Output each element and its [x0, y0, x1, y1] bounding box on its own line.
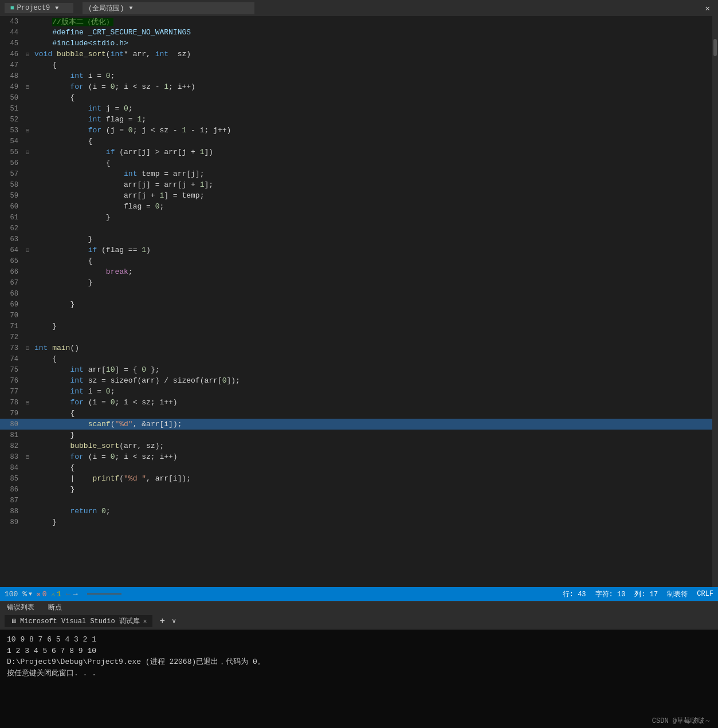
zoom-level[interactable]: 100 % ▼: [5, 590, 32, 599]
line-content[interactable]: for (i = 0; i < sz; i++): [32, 452, 712, 461]
fold-indicator[interactable]: ⊟: [23, 247, 32, 254]
line-content[interactable]: | printf("%d ", arr[i]);: [32, 474, 712, 483]
line-content[interactable]: void bubble_sort(int* arr, int sz): [32, 50, 712, 58]
line-content[interactable]: {: [32, 159, 712, 167]
line-content[interactable]: }: [32, 213, 712, 222]
fold-indicator: [23, 40, 32, 46]
line-number: 81: [0, 431, 23, 439]
line-content[interactable]: for (j = 0; j < sz - 1 - i; j++): [32, 126, 712, 135]
line-content[interactable]: break;: [32, 267, 712, 276]
encoding-info: 制表符: [667, 589, 688, 599]
code-line: 46⊟void bubble_sort(int* arr, int sz): [0, 49, 712, 60]
console-tab-main[interactable]: 🖥 Microsoft Visual Studio 调试库 ✕: [5, 615, 152, 627]
code-line: 67 }: [0, 277, 712, 288]
line-content[interactable]: int flag = 1;: [32, 115, 712, 124]
line-number: 74: [0, 355, 23, 363]
code-container[interactable]: 43 //版本二（优化）44 #define _CRT_SECURE_NO_WA…: [0, 16, 712, 587]
line-content[interactable]: }: [32, 431, 712, 439]
scrollbar-thumb[interactable]: [713, 39, 717, 56]
error-icon: ⊗: [37, 591, 41, 598]
fold-indicator: [23, 356, 32, 362]
line-content[interactable]: int main(): [32, 344, 712, 352]
console-tab-icon: 🖥: [10, 617, 17, 625]
code-line: 88 return 0;: [0, 506, 712, 517]
console-footer: CSDN @草莓啵啵～: [0, 714, 718, 728]
code-line: 81 }: [0, 430, 712, 440]
line-content[interactable]: scanf("%d", &arr[i]);: [32, 420, 712, 428]
fold-indicator: [23, 519, 32, 525]
line-content[interactable]: {: [32, 463, 712, 472]
fold-indicator[interactable]: ⊟: [23, 149, 32, 156]
line-content[interactable]: }: [32, 235, 712, 243]
line-content[interactable]: }: [32, 518, 712, 526]
scope-label: (全局范围): [88, 3, 124, 13]
line-content[interactable]: //版本二（优化）: [32, 17, 712, 27]
line-content[interactable]: flag = 0;: [32, 202, 712, 211]
breakpoints-tab[interactable]: 断点: [46, 603, 64, 612]
project-dropdown-icon[interactable]: ▼: [55, 5, 58, 11]
line-number: 46: [0, 50, 23, 58]
line-content[interactable]: if (arr[j] > arr[j + 1]): [32, 148, 712, 156]
fold-indicator: [23, 486, 32, 493]
nav-back-icon[interactable]: ←: [66, 589, 70, 599]
line-content[interactable]: int i = 0;: [32, 387, 712, 396]
scope-selector[interactable]: (全局范围) ▼: [83, 2, 254, 14]
line-content[interactable]: arr[j] = arr[j + 1];: [32, 180, 712, 189]
fold-indicator[interactable]: ⊟: [23, 345, 32, 352]
console-arrow-button[interactable]: ∨: [172, 617, 176, 625]
line-content[interactable]: {: [32, 93, 712, 102]
line-content[interactable]: for (i = 0; i < sz; i++): [32, 398, 712, 407]
warning-count[interactable]: ⚠ 1: [51, 590, 61, 599]
vertical-scrollbar[interactable]: [712, 16, 718, 587]
line-content[interactable]: for (i = 0; i < sz - 1; i++): [32, 82, 712, 91]
close-button[interactable]: ✕: [702, 3, 713, 13]
line-content[interactable]: arr[j + 1] = temp;: [32, 191, 712, 200]
fold-indicator[interactable]: ⊟: [23, 399, 32, 406]
project-selector[interactable]: ■ Project9 ▼: [5, 3, 73, 13]
console-tab-close-icon[interactable]: ✕: [143, 617, 147, 625]
line-number: 82: [0, 442, 23, 450]
line-content[interactable]: int j = 0;: [32, 104, 712, 113]
console-brand: CSDN @草莓啵啵～: [652, 716, 711, 726]
code-lines: 43 //版本二（优化）44 #define _CRT_SECURE_NO_WA…: [0, 16, 712, 587]
zoom-dropdown-icon[interactable]: ▼: [29, 591, 32, 597]
line-content[interactable]: bubble_sort(arr, sz);: [32, 442, 712, 450]
fold-indicator: [23, 62, 32, 68]
line-content[interactable]: }: [32, 278, 712, 287]
code-line: 70: [0, 310, 712, 321]
scope-dropdown-icon[interactable]: ▼: [129, 5, 132, 11]
line-content[interactable]: #include<stdio.h>: [32, 39, 712, 48]
line-content[interactable]: {: [32, 355, 712, 363]
char-info: 字符: 10: [595, 589, 626, 599]
line-content[interactable]: int arr[10] = { 0 };: [32, 365, 712, 374]
code-line: 55⊟ if (arr[j] > arr[j + 1]): [0, 147, 712, 158]
error-count[interactable]: ⊗ 0: [37, 590, 46, 599]
line-content[interactable]: {: [32, 61, 712, 69]
line-content[interactable]: }: [32, 485, 712, 494]
line-content[interactable]: int temp = arr[j];: [32, 170, 712, 178]
line-content[interactable]: }: [32, 322, 712, 330]
fold-indicator[interactable]: ⊟: [23, 51, 32, 58]
console-add-button[interactable]: +: [157, 616, 167, 627]
fold-indicator[interactable]: ⊟: [23, 127, 32, 134]
nav-bar: [87, 593, 121, 595]
line-number: 70: [0, 312, 23, 320]
line-content[interactable]: {: [32, 137, 712, 145]
code-line: 76 int sz = sizeof(arr) / sizeof(arr[0])…: [0, 375, 712, 386]
fold-indicator[interactable]: ⊟: [23, 454, 32, 461]
fold-indicator[interactable]: ⊟: [23, 84, 32, 90]
line-number: 84: [0, 464, 23, 472]
line-content[interactable]: return 0;: [32, 507, 712, 515]
line-content[interactable]: {: [32, 257, 712, 265]
nav-forward-icon[interactable]: →: [73, 589, 77, 599]
console-tab-label: Microsoft Visual Studio 调试库: [20, 616, 140, 626]
line-number: 60: [0, 203, 23, 211]
line-content[interactable]: if (flag == 1): [32, 246, 712, 254]
line-content[interactable]: {: [32, 409, 712, 418]
line-content[interactable]: int sz = sizeof(arr) / sizeof(arr[0]);: [32, 376, 712, 385]
status-bar: 100 % ▼ ⊗ 0 ⚠ 1 ← → 行: 43 字符: 10 列: 17 制…: [0, 587, 718, 601]
line-content[interactable]: #define _CRT_SECURE_NO_WARNINGS: [32, 28, 712, 37]
error-list-tab[interactable]: 错误列表: [5, 603, 37, 612]
line-content[interactable]: }: [32, 300, 712, 309]
line-content[interactable]: int i = 0;: [32, 72, 712, 80]
